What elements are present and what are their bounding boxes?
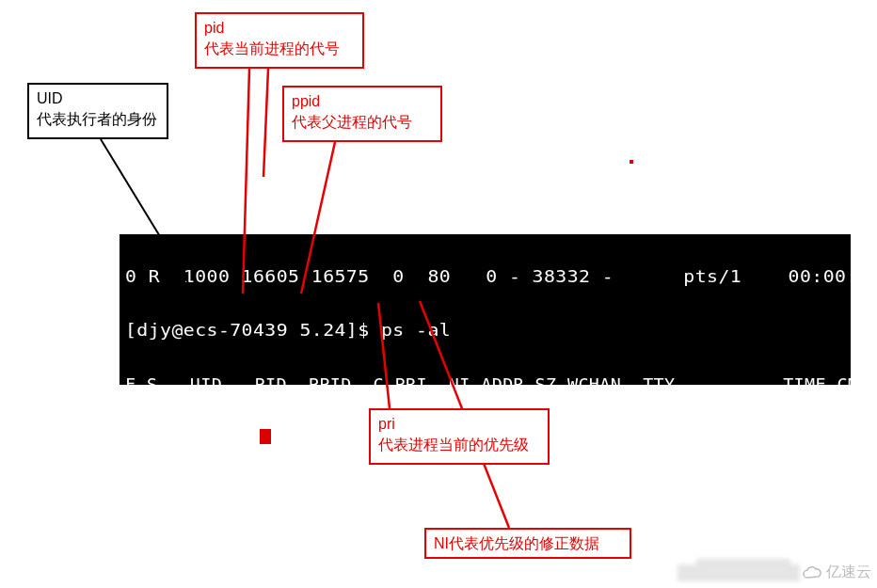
callout-ni-title: NI代表优先级的修正数据 [434, 533, 622, 554]
terminal-line-cut: 0 R 1000 16605 16575 0 80 0 - 38332 - pt… [125, 263, 851, 291]
red-dot-mark [630, 160, 633, 164]
callout-ppid: ppid 代表父进程的代号 [282, 86, 442, 142]
callout-pri-desc: 代表进程当前的优先级 [378, 435, 540, 455]
callout-pid-title: pid [204, 18, 355, 39]
terminal-prompt-1: [djy@ecs-70439 5.24]$ ps -al [125, 317, 851, 344]
callout-pid-desc: 代表当前进程的代号 [204, 39, 355, 59]
watermark-text: 亿速云 [826, 563, 871, 582]
callout-pri-title: pri [378, 414, 540, 435]
callout-uid-title: UID [37, 88, 159, 109]
watermark-logo: 亿速云 [802, 563, 871, 582]
callout-pid: pid 代表当前进程的代号 [195, 12, 364, 69]
callout-ppid-desc: 代表父进程的代号 [292, 112, 433, 133]
cloud-icon [802, 565, 822, 580]
svg-line-2 [263, 69, 268, 177]
callout-ppid-title: ppid [292, 91, 433, 112]
callout-uid: UID 代表执行者的身份 [27, 83, 168, 139]
red-square-mark [260, 429, 271, 444]
terminal-header: F S UID PID PPID C PRI NI ADDR SZ WCHAN … [125, 372, 851, 385]
callout-ni: NI代表优先级的修正数据 [424, 528, 631, 559]
terminal-window: 0 R 1000 16605 16575 0 80 0 - 38332 - pt… [120, 234, 851, 385]
callout-pri: pri 代表进程当前的优先级 [369, 408, 550, 465]
callout-uid-desc: 代表执行者的身份 [37, 109, 159, 130]
blur-stripe-2 [696, 559, 790, 572]
